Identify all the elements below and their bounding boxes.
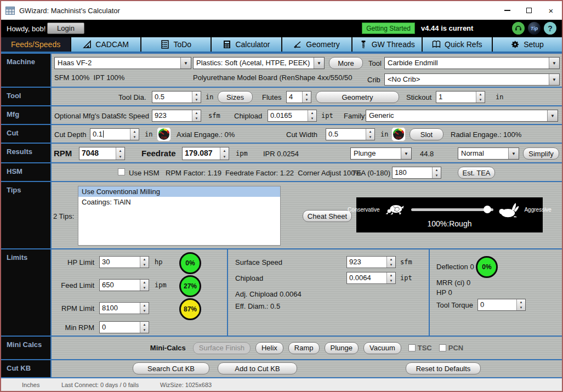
feed-limit-input[interactable]: 650 ▲▼ bbox=[99, 279, 149, 291]
tab-quick-refs[interactable]: Quick Refs bbox=[423, 37, 493, 52]
family-select[interactable]: Generic ▼ bbox=[366, 110, 558, 122]
tab-cadcam[interactable]: CADCAM bbox=[71, 37, 141, 52]
helix-button[interactable]: Helix bbox=[255, 342, 283, 354]
hp-limit-input[interactable]: 30 ▲▼ bbox=[99, 256, 149, 268]
radial-gauge-icon[interactable]: GW bbox=[391, 127, 406, 141]
minimize-button[interactable] bbox=[496, 1, 518, 20]
spinner-arrows[interactable]: ▲▼ bbox=[192, 110, 201, 121]
tool-dia-input[interactable]: 0.5 ▲▼ bbox=[152, 91, 201, 103]
reset-to-defaults-button[interactable]: Reset to Defaults bbox=[406, 362, 481, 374]
spinner-arrows[interactable]: ▲▼ bbox=[140, 257, 149, 268]
spinner-arrows[interactable]: ▲▼ bbox=[432, 167, 441, 178]
spinner-arrows[interactable]: ▲▼ bbox=[220, 147, 229, 160]
spinner-arrows[interactable]: ▲▼ bbox=[366, 129, 374, 140]
slider-handle[interactable] bbox=[484, 206, 491, 213]
tool-torque-input[interactable]: 0 ▲▼ bbox=[477, 299, 526, 311]
finish-select[interactable]: Normal ▼ bbox=[458, 147, 519, 160]
spinner-arrows[interactable]: ▲▼ bbox=[308, 110, 316, 121]
tip-list-item[interactable]: Coatings: TiAlN bbox=[78, 197, 280, 207]
cut-depth-label: Cut Depth bbox=[54, 130, 87, 139]
support-headset-icon[interactable] bbox=[512, 22, 525, 35]
sfc-speed-input[interactable]: 923 ▲▼ bbox=[152, 110, 201, 122]
chevron-down-icon[interactable]: ▼ bbox=[180, 58, 191, 69]
cut-width-input[interactable]: 0.5 ▲▼ bbox=[326, 128, 375, 140]
chevron-down-icon[interactable]: ▼ bbox=[508, 148, 519, 159]
help-icon[interactable]: ? bbox=[544, 22, 556, 35]
tab-gw-threads[interactable]: GW Threads bbox=[352, 37, 423, 52]
spinner-arrows[interactable]: ▲▼ bbox=[302, 92, 311, 103]
chevron-down-icon[interactable]: ▼ bbox=[314, 58, 324, 69]
close-button[interactable]: × bbox=[540, 1, 562, 20]
tsc-checkbox[interactable] bbox=[408, 344, 416, 351]
est-tea-button[interactable]: Est. TEA bbox=[458, 167, 495, 179]
tool-dia-label: Tool Dia. bbox=[118, 93, 146, 101]
cut-width-unit: in bbox=[380, 130, 388, 138]
chipload-label: Chipload bbox=[234, 112, 262, 120]
crib-select[interactable]: <No Crib> ▼ bbox=[384, 73, 560, 86]
tab-todo[interactable]: ToDo bbox=[141, 37, 212, 52]
slot-button[interactable]: Slot bbox=[410, 128, 443, 140]
rpm-input[interactable]: 7048 ▲▼ bbox=[79, 147, 125, 160]
plunge-button[interactable]: Plunge bbox=[325, 342, 359, 354]
chevron-down-icon[interactable]: ▼ bbox=[401, 148, 411, 159]
tab-calculator[interactable]: Calculator bbox=[212, 37, 282, 52]
chevron-down-icon[interactable]: ▼ bbox=[549, 74, 559, 85]
surface-speed-input[interactable]: 923 ▲▼ bbox=[346, 256, 396, 268]
pcn-checkbox[interactable] bbox=[439, 344, 446, 351]
spinner-arrows[interactable]: ▲▼ bbox=[130, 129, 139, 140]
vacuum-button[interactable]: Vacuum bbox=[363, 342, 401, 354]
spinner-arrows[interactable]: ▲▼ bbox=[386, 257, 395, 268]
surface-finish-button[interactable]: Surface Finish bbox=[193, 342, 251, 354]
chipload2-input[interactable]: 0.0064 ▲▼ bbox=[346, 272, 396, 284]
flutes-input[interactable]: 4 ▲▼ bbox=[286, 91, 311, 103]
simplify-button[interactable]: Simplify bbox=[523, 147, 559, 160]
getting-started-button[interactable]: Getting Started bbox=[362, 22, 415, 34]
hsm-factors-text: RPM Factor: 1.19 Feedrate Factor: 1.22 C… bbox=[166, 169, 361, 177]
tea-input[interactable]: 180 ▲▼ bbox=[392, 167, 441, 179]
maximize-button[interactable] bbox=[518, 1, 540, 20]
login-button[interactable]: Login bbox=[47, 22, 84, 34]
tab-setup[interactable]: Setup bbox=[493, 37, 562, 52]
tab-feeds-speeds[interactable]: Feeds/Speeds bbox=[1, 37, 71, 52]
spinner-arrows[interactable]: ▲▼ bbox=[192, 92, 201, 103]
mode-select[interactable]: Plunge ▼ bbox=[350, 147, 412, 160]
machine-select[interactable]: Haas VF-2 ▼ bbox=[54, 57, 191, 69]
more-button[interactable]: More bbox=[329, 57, 363, 69]
stickout-input[interactable]: 1 ▲▼ bbox=[436, 91, 485, 103]
feedrate-input[interactable]: 179.087 ▲▼ bbox=[182, 147, 229, 160]
close-icon: × bbox=[549, 7, 554, 15]
spinner-arrows[interactable]: ▲▼ bbox=[116, 147, 124, 160]
spinner-arrows[interactable]: ▲▼ bbox=[140, 303, 149, 314]
chevron-down-icon[interactable]: ▼ bbox=[547, 110, 558, 121]
axial-gauge-icon[interactable]: GW bbox=[157, 127, 171, 141]
cut-depth-input[interactable]: 0.1 ▲▼ bbox=[90, 128, 139, 140]
tip-icon[interactable]: Tip bbox=[528, 22, 541, 35]
use-hsm-checkbox[interactable] bbox=[118, 168, 125, 175]
section-tips: Tips 2 Tips: Use Conventional Milling Co… bbox=[1, 181, 562, 248]
section-cut: Cut Cut Depth 0.1 ▲▼ in GW Axial Engage.… bbox=[1, 124, 562, 143]
spinner-arrows[interactable]: ▲▼ bbox=[140, 322, 149, 333]
tip-list-item[interactable]: Use Conventional Milling bbox=[78, 186, 280, 197]
tab-geometry[interactable]: Geometry bbox=[282, 37, 352, 52]
geometry-button[interactable]: Geometry bbox=[316, 91, 399, 103]
tool-type-select[interactable]: Carbide Endmill ▼ bbox=[384, 57, 560, 69]
material-select[interactable]: Plastics: Soft (Acetal, HTPE, PEEK) ▼ bbox=[193, 57, 325, 69]
chevron-down-icon[interactable]: ▼ bbox=[549, 58, 559, 69]
add-to-cut-kb-button[interactable]: Add to Cut KB bbox=[218, 362, 297, 374]
min-rpm-input[interactable]: 0 ▲▼ bbox=[99, 321, 149, 333]
gwizard-window: GWizard: Machinist's Calculator × Howdy,… bbox=[0, 0, 563, 392]
ramp-button[interactable]: Ramp bbox=[288, 342, 320, 354]
stickout-unit: in bbox=[496, 93, 503, 101]
gear-icon bbox=[511, 40, 520, 49]
spinner-arrows[interactable]: ▲▼ bbox=[386, 272, 395, 283]
spinner-arrows[interactable]: ▲▼ bbox=[476, 92, 485, 103]
chipload-input[interactable]: 0.0165 ▲▼ bbox=[268, 110, 317, 122]
spinner-arrows[interactable]: ▲▼ bbox=[516, 299, 525, 310]
search-cut-kb-button[interactable]: Search Cut KB bbox=[133, 362, 209, 374]
rpm-limit-input[interactable]: 8100 ▲▼ bbox=[99, 302, 149, 314]
cheat-sheet-button[interactable]: Cheat Sheet bbox=[303, 210, 352, 222]
spinner-arrows[interactable]: ▲▼ bbox=[140, 280, 149, 291]
aggressiveness-slider[interactable] bbox=[411, 208, 493, 211]
sizes-button[interactable]: Sizes bbox=[218, 91, 253, 103]
mrr-text: MRR (ci) 0 bbox=[436, 279, 470, 287]
